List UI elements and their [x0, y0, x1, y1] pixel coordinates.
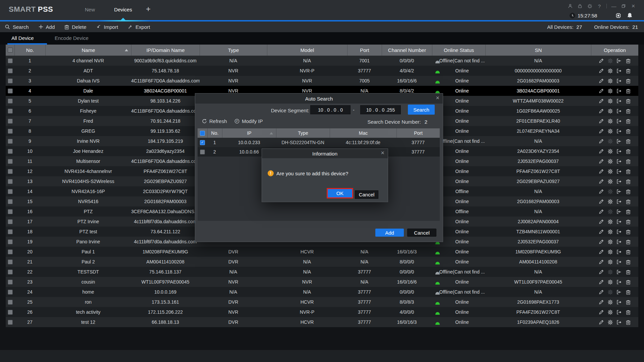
add-button[interactable]: Add [38, 24, 55, 30]
delete-icon[interactable] [625, 118, 631, 124]
edit-icon[interactable] [598, 108, 604, 114]
delete-icon[interactable] [625, 168, 631, 174]
settings-icon[interactable] [607, 148, 613, 154]
logout-icon[interactable] [616, 319, 622, 325]
auto-col-ip[interactable]: IP [222, 128, 276, 138]
settings-icon[interactable] [607, 88, 613, 94]
edit-icon[interactable] [598, 118, 604, 124]
login-icon[interactable] [616, 269, 622, 275]
delete-icon[interactable] [625, 208, 631, 215]
segment-search-button[interactable]: Search [408, 105, 435, 115]
edit-icon[interactable] [598, 269, 604, 275]
table-row[interactable]: 14 channel NVR9002a9b9cf63.quickddns.com… [6, 56, 638, 66]
row-checkbox[interactable] [8, 209, 13, 214]
table-row[interactable]: 25ron173.15.3.161DVRHCVR377778/0/8/3Onli… [6, 297, 638, 307]
delete-icon[interactable] [625, 299, 631, 305]
row-checkbox[interactable] [8, 159, 13, 164]
edit-icon[interactable] [598, 78, 604, 84]
settings-icon[interactable] [607, 239, 613, 245]
help-icon[interactable]: ? [597, 3, 602, 9]
settings-icon[interactable] [607, 208, 613, 215]
row-checkbox[interactable] [8, 229, 13, 234]
auto-search-row[interactable]: ✓110.0.0.233DH-SD22204TN-GN4c:11:bf:29:0… [198, 138, 440, 147]
edit-icon[interactable] [598, 188, 604, 194]
delete-icon[interactable] [625, 219, 631, 225]
auto-col-port[interactable]: Port [396, 128, 440, 138]
table-row[interactable]: 27test 1266.188.18.13DVRHCVR3777716/0/16… [6, 317, 638, 327]
tab-encode-device[interactable]: Encode Device [55, 32, 89, 43]
delete-icon[interactable] [625, 279, 631, 285]
edit-icon[interactable] [598, 259, 604, 265]
table-row[interactable]: 24home10.0.0.169N/AN/A377770/0/0/0Offlin… [6, 287, 638, 297]
edit-icon[interactable] [598, 98, 604, 104]
logout-icon[interactable] [616, 259, 622, 265]
row-checkbox[interactable] [8, 310, 13, 315]
close-icon[interactable]: × [381, 149, 384, 157]
delete-icon[interactable] [625, 309, 631, 315]
gear-icon[interactable] [587, 3, 592, 9]
edit-icon[interactable] [598, 168, 604, 174]
logout-icon[interactable] [616, 299, 622, 305]
delete-button[interactable]: Delete [64, 24, 86, 30]
delete-icon[interactable] [625, 178, 631, 184]
delete-icon[interactable] [625, 188, 631, 194]
delete-icon[interactable] [625, 269, 631, 275]
modify-ip-button[interactable]: IP Modify IP [234, 118, 263, 124]
delete-icon[interactable] [625, 78, 631, 84]
settings-icon[interactable] [607, 229, 613, 235]
edit-icon[interactable] [598, 198, 604, 204]
logout-icon[interactable] [616, 198, 622, 204]
row-checkbox[interactable] [8, 58, 13, 63]
row-checkbox[interactable] [8, 239, 13, 244]
delete-icon[interactable] [625, 198, 631, 204]
edit-icon[interactable] [598, 289, 604, 295]
user-icon[interactable] [568, 3, 573, 9]
row-checkbox[interactable] [8, 129, 13, 134]
settings-icon[interactable] [607, 178, 613, 184]
row-checkbox[interactable] [8, 249, 13, 254]
row-checkbox[interactable] [8, 99, 13, 104]
settings-icon[interactable] [607, 249, 613, 255]
col-operation[interactable]: Operation [591, 45, 638, 56]
row-checkbox[interactable] [8, 290, 13, 295]
logout-icon[interactable] [616, 178, 622, 184]
edit-icon[interactable] [598, 219, 604, 225]
settings-icon[interactable] [607, 319, 613, 325]
close-icon[interactable]: × [631, 3, 636, 9]
login-icon[interactable] [616, 58, 622, 64]
row-checkbox[interactable] [8, 169, 13, 174]
close-icon[interactable]: × [436, 95, 439, 102]
add-device-button[interactable]: Add [375, 229, 404, 237]
logout-icon[interactable] [616, 158, 622, 164]
logout-icon[interactable] [616, 98, 622, 104]
delete-icon[interactable] [625, 249, 631, 255]
col-online-status[interactable]: Online Status [432, 45, 485, 56]
settings-icon[interactable] [607, 188, 613, 194]
settings-icon[interactable] [607, 198, 613, 204]
delete-icon[interactable] [625, 88, 631, 94]
settings-icon[interactable] [607, 309, 613, 315]
maximize-icon[interactable] [621, 3, 626, 9]
delete-icon[interactable] [625, 319, 631, 325]
row-checkbox[interactable] [8, 139, 13, 144]
settings-icon[interactable] [607, 138, 613, 144]
logout-icon[interactable] [616, 118, 622, 124]
chip-icon[interactable] [615, 12, 622, 19]
lock-icon[interactable] [577, 3, 583, 9]
edit-icon[interactable] [598, 128, 604, 134]
edit-icon[interactable] [598, 88, 604, 94]
delete-icon[interactable] [625, 68, 631, 74]
row-checkbox[interactable] [8, 179, 13, 184]
settings-icon[interactable] [607, 289, 613, 295]
settings-icon[interactable] [607, 68, 613, 74]
col-model[interactable]: Model [267, 45, 347, 56]
delete-icon[interactable] [625, 58, 631, 64]
settings-icon[interactable] [607, 108, 613, 114]
login-icon[interactable] [616, 208, 622, 215]
col-no[interactable]: No. [14, 45, 45, 56]
row-checkbox-checked[interactable]: ✓ [200, 140, 205, 145]
settings-icon[interactable] [607, 279, 613, 285]
table-row[interactable]: 3Dahua IVS4C11BF6F7D0A.dahuaddns.comNVRN… [6, 76, 638, 86]
edit-icon[interactable] [598, 279, 604, 285]
row-checkbox[interactable] [8, 88, 13, 94]
